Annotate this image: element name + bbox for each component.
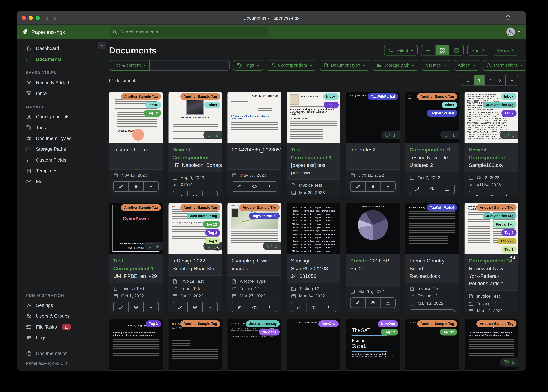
document-title[interactable]: 0004814539_20230531 — [228, 143, 281, 169]
download-document-button[interactable] — [440, 310, 454, 312]
tag-badge[interactable]: Just another tag — [246, 321, 280, 327]
sidebar-item-custom-fields[interactable]: Custom Fields — [17, 155, 101, 165]
download-document-button[interactable] — [143, 182, 158, 191]
document-card[interactable]: Lorem ipsum Lorem ipsum dolor sit amet, … — [465, 319, 518, 371]
sidebar-item-storage-paths[interactable]: Storage Paths — [17, 144, 101, 155]
sidebar-item-settings[interactable]: Settings — [17, 300, 101, 311]
sidebar-collapse-button[interactable]: « — [98, 42, 106, 49]
created-filter-dropdown[interactable]: Created — [422, 60, 450, 70]
document-title[interactable]: Correspondent 9: Testing New Title Updat… — [405, 143, 459, 172]
title-content-input[interactable] — [150, 60, 230, 70]
document-thumbnail[interactable]: Patient BP Distribution 2011 — [346, 203, 400, 254]
view-mode-detail-button[interactable] — [449, 45, 463, 55]
views-dropdown[interactable]: Views — [493, 45, 518, 56]
tag-badge[interactable]: Partial Tag — [493, 221, 517, 228]
tag-badge[interactable]: Tag 12 — [440, 329, 457, 335]
correspondent-filter-dropdown[interactable]: Correspondent — [267, 60, 316, 70]
tag-badge[interactable]: Tag 2 — [205, 229, 220, 236]
view-document-button[interactable] — [247, 302, 262, 312]
document-card[interactable]: This is a testAnother Sample TagTag 12 — [405, 319, 459, 371]
tag-badge[interactable]: Another Sample Tag — [417, 93, 457, 100]
tag-badge[interactable]: Another Sample Tag — [121, 93, 161, 100]
tag-badge[interactable]: TagWithPartial — [427, 110, 457, 117]
pagination-page-3[interactable]: 3 — [495, 75, 505, 85]
pagination-last-button[interactable]: » — [505, 75, 518, 85]
download-document-button[interactable] — [499, 191, 514, 196]
sidebar-item-file-tasks[interactable]: File Tasks16 — [17, 322, 101, 332]
global-search[interactable] — [109, 27, 269, 37]
tag-badge[interactable]: Tag 12 — [381, 329, 398, 335]
download-document-button[interactable] — [202, 191, 217, 196]
download-document-button[interactable] — [321, 302, 336, 312]
sidebar-item-templates[interactable]: Templates — [17, 166, 101, 176]
tag-badge[interactable]: Another Sample Tag — [476, 204, 517, 211]
document-type-filter-dropdown[interactable]: Document type — [320, 60, 369, 70]
view-document-button[interactable] — [365, 182, 380, 191]
pagination-first-button[interactable]: « — [461, 75, 474, 85]
notes-count-badge[interactable]: 1 — [440, 131, 459, 139]
sidebar-item-document-types[interactable]: Document Types — [17, 133, 101, 144]
document-card[interactable]: Boundary Waters Trip 1Another Sample Tag… — [228, 203, 281, 312]
tag-badge[interactable]: TagWithPartial — [427, 204, 457, 211]
storage-path-filter-dropdown[interactable]: Storage path — [373, 60, 418, 70]
notes-count-badge[interactable]: 1 — [263, 242, 281, 250]
search-input[interactable] — [120, 29, 266, 35]
tag-badge[interactable]: Just another tag — [483, 102, 517, 108]
tag-badge[interactable]: Tag 2 — [146, 321, 161, 327]
document-card[interactable]: Lorem ipsum Lorem ipsum dolor sit amet, … — [109, 319, 163, 371]
tag-badge[interactable]: Tag 222 — [498, 238, 516, 244]
user-menu[interactable] — [506, 27, 520, 36]
sidebar-item-logs[interactable]: Logs — [17, 332, 101, 343]
sidebar-item-correspondents[interactable]: Correspondents — [17, 111, 101, 122]
sidebar-item-documents[interactable]: Documents — [17, 54, 101, 64]
document-title[interactable]: Just another test — [109, 143, 163, 169]
added-filter-dropdown[interactable]: Added — [454, 60, 479, 70]
edit-document-button[interactable] — [232, 182, 247, 191]
edit-document-button[interactable] — [173, 302, 187, 312]
document-title[interactable]: Private: 2011 BP Pie 2 — [346, 254, 400, 286]
edit-document-button[interactable] — [410, 184, 425, 194]
document-title[interactable]: InDesign 2022 Scripting Read Me — [168, 254, 222, 275]
document-card[interactable]: NAPOLEON BONAPARTE 2Another Sample TagIn… — [168, 92, 222, 196]
document-title[interactable]: Test Correspondent 1: UM_PPBE_en_v29 — [109, 254, 163, 283]
document-card[interactable]: Country,Region/State,"…"1TagWithPartialt… — [346, 92, 400, 196]
document-title[interactable]: Sonstige ScanPC2022 03-24_081058 — [287, 254, 340, 283]
tag-badge[interactable]: Inbox — [442, 102, 457, 108]
edit-document-button[interactable] — [351, 182, 365, 191]
edit-document-button[interactable] — [291, 302, 306, 312]
edit-document-button[interactable] — [232, 302, 247, 312]
edit-document-button[interactable] — [114, 302, 128, 312]
document-card[interactable]: Medical Teacher Has the new Kirkpatrick … — [287, 92, 340, 196]
document-card[interactable]: The SAT Practice Test #1 Make time to ta… — [346, 319, 400, 371]
view-document-button[interactable] — [128, 182, 143, 191]
download-document-button[interactable] — [380, 298, 395, 308]
document-thumbnail[interactable]: ✳ BANK OF SCOTLAND 2,0 % p. a. auf Ihr T… — [228, 92, 281, 143]
edit-document-button[interactable] — [114, 182, 128, 191]
notes-count-badge[interactable]: 2 — [203, 131, 222, 139]
document-card[interactable]: one,1.0 five,5.01Another Sample TagInbox… — [405, 92, 459, 196]
permissions-filter-dropdown[interactable]: Permissions — [483, 60, 526, 70]
document-thumbnail[interactable]: This is a test for the double space char… — [287, 203, 340, 254]
document-card[interactable]: Serial Number,Company Name,Employe…97881… — [465, 92, 518, 196]
sidebar-item-dashboard[interactable]: Dashboard — [17, 43, 101, 54]
document-correspondent[interactable]: Test Correspondent 1 — [113, 258, 154, 271]
sidebar-item-mail[interactable]: Mail — [17, 176, 101, 187]
edit-document-button[interactable] — [469, 191, 484, 196]
tag-badge[interactable]: Tag 3 — [205, 238, 220, 244]
tag-badge[interactable]: Another Sample Tag — [180, 93, 220, 100]
tag-badge[interactable]: TagWithPartial — [368, 93, 398, 100]
document-correspondent[interactable]: Test Correspondent 1 — [291, 147, 332, 160]
view-document-button[interactable] — [247, 182, 262, 191]
notes-count-badge[interactable]: 5 — [500, 358, 518, 366]
download-document-button[interactable] — [202, 302, 217, 312]
view-document-button[interactable] — [306, 302, 321, 312]
sidebar-item-inbox[interactable]: Inbox — [17, 88, 101, 99]
pagination-page-2[interactable]: 2 — [484, 75, 495, 85]
document-title[interactable]: Newest Correspondent: Sample100.csv — [465, 143, 518, 172]
tag-badge[interactable]: TagWithPartial — [249, 213, 280, 219]
sidebar-item-tags[interactable]: Tags — [17, 122, 101, 133]
document-correspondent[interactable]: Newest Correspondent — [469, 147, 505, 160]
document-card[interactable]: ✳ BANK OF SCOTLAND 2,0 % p. a. auf Ihr T… — [228, 92, 281, 196]
tag-badge[interactable]: Just another tag — [187, 213, 220, 219]
sidebar-item-users-groups[interactable]: Users & Groups — [17, 311, 101, 322]
